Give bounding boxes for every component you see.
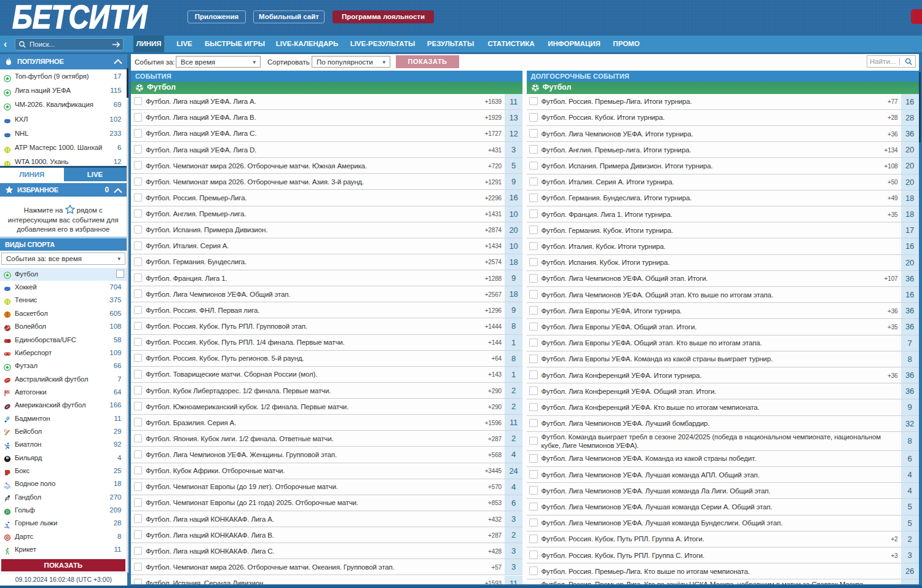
svg-text:8: 8 [7,457,8,460]
